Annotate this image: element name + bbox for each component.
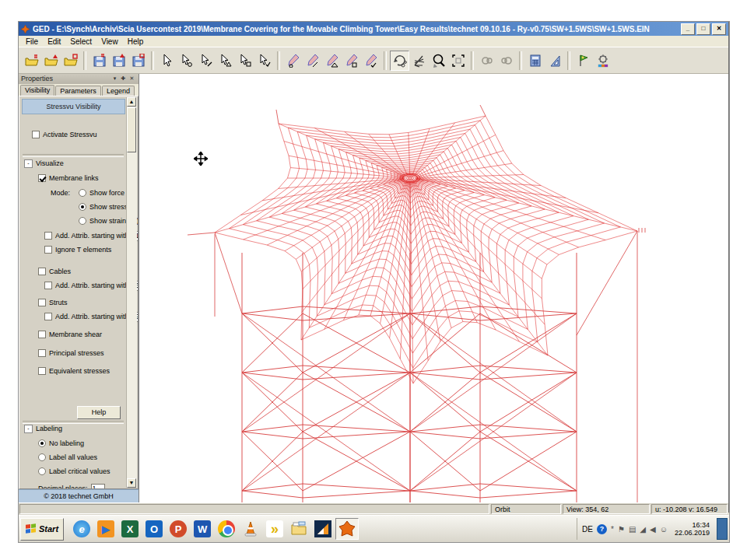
save-triangle-button[interactable]: [109, 51, 128, 71]
menu-help[interactable]: Help: [124, 37, 148, 46]
select-line-button[interactable]: [196, 51, 216, 71]
save-hash-button[interactable]: [89, 51, 109, 71]
decimal-places-field[interactable]: [91, 484, 105, 489]
show-stress-radio[interactable]: Show stress: [79, 202, 128, 212]
checkbox-box[interactable]: [44, 313, 52, 320]
radio-dot[interactable]: [38, 439, 46, 447]
principal-stresses-checkbox[interactable]: Principal stresses: [38, 348, 104, 359]
media-player-icon[interactable]: ▶: [94, 518, 117, 540]
checkbox-box[interactable]: [38, 174, 46, 182]
checkbox-box[interactable]: [32, 131, 40, 138]
select-square-button[interactable]: [235, 51, 254, 71]
clock[interactable]: 16:34 22.06.2019: [675, 521, 710, 537]
title-bar[interactable]: GED - E:\Synch\Archiv\Scia Usercontest 2…: [19, 22, 728, 36]
radio-dot[interactable]: [79, 189, 86, 197]
powerpoint-icon[interactable]: P: [167, 518, 190, 540]
close-button[interactable]: ✕: [712, 23, 726, 35]
zoom-magnifier-button[interactable]: [429, 51, 448, 71]
collapse-icon[interactable]: -: [24, 425, 33, 433]
save-square-button[interactable]: [128, 51, 148, 71]
internet-explorer-icon[interactable]: e: [70, 518, 93, 540]
open-triangle-button[interactable]: [41, 51, 61, 71]
flag-button[interactable]: [573, 51, 593, 71]
checkbox-box[interactable]: [44, 232, 52, 240]
membrane-shear-checkbox[interactable]: Membrane shear: [38, 330, 102, 340]
menu-edit[interactable]: Edit: [44, 37, 65, 46]
drawing-canvas[interactable]: [139, 74, 728, 502]
scroll-up-icon[interactable]: ▲: [127, 97, 136, 107]
panel-scrollbar[interactable]: ▲ ▼: [126, 97, 137, 488]
network-tray-icon[interactable]: ◢: [640, 525, 646, 534]
easy-icon[interactable]: »: [263, 518, 286, 540]
panel-close-icon[interactable]: ✕: [128, 75, 136, 82]
checkbox-box[interactable]: [38, 367, 46, 375]
struts-add-attrib-checkbox[interactable]: Add. Attrib. starting with:: [44, 312, 139, 322]
menu-view[interactable]: View: [97, 37, 122, 46]
language-indicator[interactable]: DE: [582, 525, 593, 534]
radio-dot[interactable]: [38, 453, 46, 461]
radio-dot[interactable]: [38, 467, 46, 475]
show-desktop-button[interactable]: [717, 518, 728, 540]
open-hash-button[interactable]: [22, 51, 41, 71]
zoom-rays-button[interactable]: [409, 51, 429, 71]
equivalent-stresses-checkbox[interactable]: Equivalent stresses: [38, 366, 110, 376]
chrome-icon[interactable]: [215, 518, 238, 540]
membrane-add-attrib-checkbox[interactable]: Add. Attrib. starting with:: [44, 231, 139, 241]
tab-visibility[interactable]: Visibility: [20, 85, 54, 96]
link-back-button[interactable]: [477, 51, 496, 71]
select-check-button[interactable]: [254, 51, 274, 71]
activate-stressvu-checkbox[interactable]: Activate Stressvu: [32, 130, 97, 140]
restore-button[interactable]: □: [696, 23, 710, 35]
checkbox-box[interactable]: [38, 299, 46, 306]
select-point-button[interactable]: [177, 51, 196, 71]
draw-square-button[interactable]: [342, 51, 361, 71]
checkbox-box[interactable]: [38, 331, 46, 338]
minimize-button[interactable]: _: [681, 23, 695, 35]
vlc-icon[interactable]: [239, 518, 262, 540]
panel-caption[interactable]: Properties ▾ ✚ ✕: [19, 74, 139, 84]
checkbox-box[interactable]: [44, 246, 52, 254]
scia-engineer-icon[interactable]: [311, 518, 335, 540]
checkbox-box[interactable]: [38, 268, 46, 275]
zoom-extents-button[interactable]: [448, 51, 468, 71]
ged-icon[interactable]: [335, 518, 359, 540]
membrane-links-checkbox[interactable]: Membrane links: [38, 173, 99, 184]
labeling-group[interactable]: - Labeling: [24, 424, 62, 434]
draw-triangle-button[interactable]: [322, 51, 342, 71]
pin-icon[interactable]: ✚: [119, 75, 128, 82]
ignore-t-checkbox[interactable]: Ignore T elements: [44, 245, 111, 255]
no-labeling-radio[interactable]: No labeling: [38, 439, 84, 449]
label-critical-values-radio[interactable]: Label critical values: [38, 467, 110, 477]
volume-tray-icon[interactable]: ◀: [650, 525, 656, 534]
draw-point-button[interactable]: [283, 51, 303, 71]
radio-dot[interactable]: [79, 203, 86, 211]
panel-menu-icon[interactable]: ▾: [110, 75, 119, 82]
show-force-radio[interactable]: Show force: [79, 188, 124, 198]
menu-file[interactable]: File: [22, 37, 42, 46]
orbit-button[interactable]: [390, 51, 409, 71]
visualize-group[interactable]: - Visualize: [24, 159, 64, 169]
scroll-down-icon[interactable]: ▼: [127, 478, 136, 488]
select-triangle-button[interactable]: [216, 51, 235, 71]
calculator-button[interactable]: [525, 51, 545, 71]
collapse-icon[interactable]: -: [24, 159, 33, 168]
set-square-button[interactable]: [545, 51, 564, 71]
updates-tray-icon[interactable]: *: [611, 525, 614, 534]
tab-parameters[interactable]: Parameters: [55, 86, 101, 96]
open-square-button[interactable]: [61, 51, 80, 71]
help-tray-icon[interactable]: ?: [597, 524, 607, 534]
label-all-values-radio[interactable]: Label all values: [38, 453, 97, 463]
draw-line-button[interactable]: [303, 51, 322, 71]
menu-select[interactable]: Select: [66, 37, 96, 46]
tab-legend[interactable]: Legend: [102, 86, 135, 96]
select-arrow-button[interactable]: [157, 51, 177, 71]
struts-checkbox[interactable]: Struts: [38, 298, 68, 308]
scroll-thumb[interactable]: [127, 107, 136, 152]
draw-check-button[interactable]: [361, 51, 381, 71]
file-explorer-icon[interactable]: [287, 518, 310, 540]
word-icon[interactable]: W: [191, 518, 214, 540]
gear-colors-button[interactable]: [593, 51, 612, 71]
link-forward-button[interactable]: [496, 51, 516, 71]
clipboard-tray-icon[interactable]: ▤: [629, 525, 636, 534]
checkbox-box[interactable]: [44, 282, 52, 289]
